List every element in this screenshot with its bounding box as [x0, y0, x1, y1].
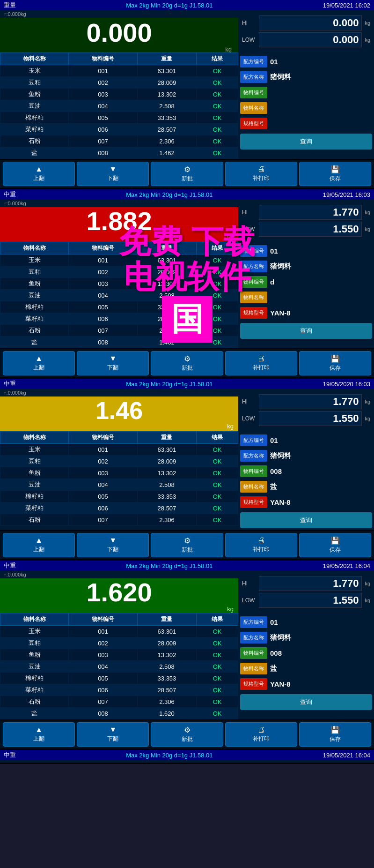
table-cell: 豆粕	[0, 77, 69, 89]
table-cell: 13.302	[137, 467, 197, 479]
btn-print-3[interactable]: 🖨 补打印	[225, 533, 297, 557]
table-cell: 鱼粉	[0, 467, 69, 479]
table-row: 豆油0042.508OK	[0, 661, 238, 673]
table-cell: 2.306	[137, 135, 197, 147]
top-bar-left-1: 重量	[4, 1, 16, 9]
table-cell: 002	[69, 456, 137, 467]
table-row: 棉籽粕00533.353OK	[0, 491, 238, 502]
info-val-formula-no-4: 01	[270, 618, 372, 626]
btn-down-3[interactable]: ▼ 下翻	[77, 533, 149, 557]
table-cell: 菜籽粕	[0, 124, 69, 135]
weight-unit-2: kg	[227, 234, 238, 241]
top-bar-4: 中重 Max 2kg Min 20g d=1g J1.58.01 19/05/2…	[0, 561, 374, 571]
btn-print-1[interactable]: 🖨 补打印	[225, 162, 297, 186]
down-icon-1: ▼	[109, 165, 117, 173]
table-cell: 28.507	[137, 502, 197, 514]
info-panel-3: 配方编号 01 配方名称 猪饲料 物料编号 008 物料名称 盐 规格型号 YA…	[238, 431, 374, 530]
btn-save-label-2: 保存	[330, 364, 341, 372]
query-btn-2[interactable]: 查询	[240, 323, 372, 339]
table-row: 菜籽粕00628.507OK	[0, 124, 238, 135]
btn-down-1[interactable]: ▼ 下翻	[77, 162, 149, 186]
panel-4: 中重 Max 2kg Min 20g d=1g J1.58.01 19/05/2…	[0, 561, 374, 750]
info-spec-4: 规格型号 YAN-8	[240, 677, 372, 691]
btn-down-label-2: 下翻	[107, 364, 118, 372]
hi-unit-2: kg	[365, 210, 370, 215]
table-cell: 鱼粉	[0, 89, 69, 100]
table-row: 玉米00163.301OK	[0, 65, 238, 77]
print-icon-3: 🖨	[257, 536, 265, 545]
btn-print-label-1: 补打印	[253, 174, 270, 182]
hi-unit-4: kg	[365, 581, 370, 586]
data-table-2: 物料名称 物料编号 重量 结果 玉米00163.301OK豆粕00228.009…	[0, 242, 238, 348]
weight-main-1: 0.000	[86, 20, 152, 46]
btn-save-2[interactable]: 💾 保存	[299, 351, 371, 375]
btn-new-3[interactable]: ⚙ 新批	[151, 533, 223, 557]
weight-main-3: 1.46	[95, 398, 143, 423]
hi-unit-3: kg	[365, 399, 370, 404]
table-cell: 棉籽粕	[0, 112, 69, 124]
btn-up-1[interactable]: ▲ 上翻	[3, 162, 75, 186]
table-cell: 006	[69, 313, 137, 325]
info-lbl-formula-name-4: 配方名称	[240, 632, 267, 644]
btn-up-3[interactable]: ▲ 上翻	[3, 533, 75, 557]
table-cell: 13.302	[137, 649, 197, 661]
query-btn-1[interactable]: 查询	[240, 134, 372, 150]
table-cell: OK	[197, 89, 238, 100]
hi-row-2: HI 1.770 kg	[242, 205, 370, 220]
table-row: 菜籽粕00628.507OK	[0, 684, 238, 696]
btn-up-label-4: 上翻	[33, 735, 44, 743]
hi-label-1: HI	[242, 20, 256, 26]
btn-new-2[interactable]: ⚙ 新批	[151, 351, 223, 375]
btn-print-2[interactable]: 🖨 补打印	[225, 351, 297, 375]
down-icon-4: ▼	[109, 726, 117, 734]
query-btn-4[interactable]: 查询	[240, 694, 372, 710]
col-header-no-2: 物料编号	[69, 242, 137, 254]
top-bar-right-3: 19/05/2020 16:03	[323, 381, 370, 388]
data-table-3: 物料名称 物料编号 重量 结果 玉米00163.301OK豆粕00228.009…	[0, 431, 238, 526]
table-cell: 63.301	[137, 65, 197, 77]
info-panel-1: 配方编号 01 配方名称 猪饲料 物料编号 物料名称 规格型号 查询	[238, 52, 374, 159]
btn-up-4[interactable]: ▲ 上翻	[3, 722, 75, 747]
btn-new-1[interactable]: ⚙ 新批	[151, 162, 223, 186]
btn-up-2[interactable]: ▲ 上翻	[3, 351, 75, 375]
table-cell: 菜籽粕	[0, 502, 69, 514]
table-cell: OK	[197, 278, 238, 290]
btn-down-2[interactable]: ▼ 下翻	[77, 351, 149, 375]
top-bar-left-3: 中重	[4, 380, 16, 388]
col-header-name-1: 物料名称	[0, 53, 69, 65]
btn-down-4[interactable]: ▼ 下翻	[77, 722, 149, 747]
low-value-1: 0.000	[259, 32, 362, 47]
table-cell: 28.009	[137, 266, 197, 278]
table-cell: 玉米	[0, 444, 69, 456]
col-header-result-1: 结果	[197, 53, 238, 65]
btn-save-1[interactable]: 💾 保存	[299, 162, 371, 186]
query-btn-3[interactable]: 查询	[240, 512, 372, 528]
low-value-2: 1.550	[259, 222, 362, 237]
table-row: 豆粕00228.009OK	[0, 456, 238, 467]
table-cell: 盐	[0, 337, 69, 348]
info-spec-2: 规格型号 YAN-8	[240, 306, 372, 320]
col-header-weight-2: 重量	[137, 242, 197, 254]
info-lbl-spec-2: 规格型号	[240, 307, 267, 319]
table-cell: 2.306	[137, 514, 197, 526]
info-val-material-no-2: d	[270, 278, 372, 286]
table-cell: 28.009	[137, 637, 197, 649]
table-cell: 2.508	[137, 290, 197, 301]
btn-print-4[interactable]: 🖨 补打印	[225, 722, 297, 747]
info-val-spec-4: YAN-8	[270, 680, 372, 688]
print-icon-1: 🖨	[257, 165, 265, 173]
col-header-result-4: 结果	[197, 614, 238, 626]
table-cell: 007	[69, 696, 137, 708]
btn-save-3[interactable]: 💾 保存	[299, 533, 371, 557]
table-cell: 63.301	[137, 254, 197, 266]
btn-new-4[interactable]: ⚙ 新批	[151, 722, 223, 747]
btn-save-label-1: 保存	[330, 175, 341, 183]
btn-save-4[interactable]: 💾 保存	[299, 722, 371, 747]
weight-unit-1: kg	[225, 46, 236, 53]
table-cell: OK	[197, 337, 238, 348]
table-cell: 63.301	[137, 626, 197, 637]
info-lbl-material-no-4: 物料编号	[240, 647, 267, 659]
low-label-1: LOW	[242, 37, 256, 43]
new-icon-2: ⚙	[184, 354, 191, 363]
table-cell: 005	[69, 301, 137, 313]
